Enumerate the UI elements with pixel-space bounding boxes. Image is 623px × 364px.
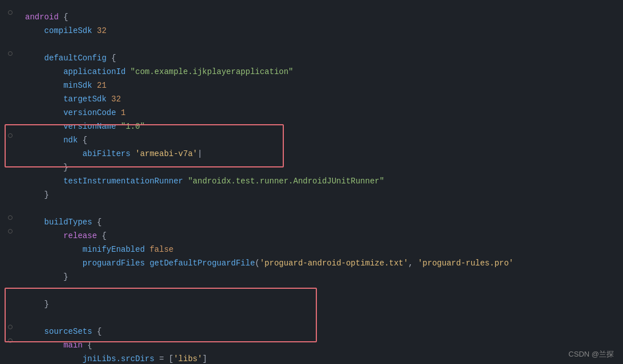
token-plain [25, 122, 63, 131]
code-text: release { [21, 229, 623, 243]
breakpoint-dot[interactable] [8, 10, 13, 15]
code-text: } [21, 188, 623, 202]
token-str: 'libs' [173, 354, 202, 363]
token-kw-blue: testInstrumentationRunner [63, 177, 183, 186]
breakpoint-dot[interactable] [8, 338, 13, 343]
code-text: jniLibs.srcDirs = ['libs'] [21, 352, 623, 364]
token-plain: ( [255, 259, 259, 268]
token-str-dq: "com.example.ijkplayerapplication" [131, 67, 294, 76]
code-text: sourceSets { [21, 325, 623, 338]
token-plain [25, 108, 63, 117]
token-plain: | [197, 149, 202, 158]
code-line [0, 38, 623, 51]
token-kw-blue: proguardFiles [83, 259, 145, 268]
line-gutter [0, 215, 21, 220]
token-plain [25, 354, 83, 363]
breakpoint-dot[interactable] [8, 133, 13, 138]
token-plain [25, 327, 44, 336]
token-kw-blue: compileSdk [44, 26, 92, 35]
token-kw-blue: buildTypes [44, 218, 92, 227]
code-line: } [0, 270, 623, 284]
token-plain [25, 54, 44, 63]
token-num: 32 [97, 26, 107, 35]
code-text: } [21, 161, 623, 174]
code-text: defaultConfig { [21, 51, 623, 65]
breakpoint-dot[interactable] [8, 229, 13, 234]
token-plain: , [408, 259, 418, 268]
line-gutter [0, 325, 21, 329]
token-plain: { [107, 54, 116, 63]
token-plain [25, 272, 63, 281]
breakpoint-dot[interactable] [8, 51, 13, 56]
token-plain [25, 149, 83, 158]
token-plain: { [97, 231, 107, 240]
code-line: buildTypes { [0, 215, 623, 229]
token-str: 'proguard-android-optimize.txt' [260, 259, 408, 268]
breakpoint-dot[interactable] [8, 325, 13, 329]
token-plain: { [78, 136, 87, 145]
token-brace: } [63, 272, 68, 281]
token-kw-blue: sourceSets [44, 327, 92, 336]
token-plain: { [92, 327, 102, 336]
token-plain: { [83, 341, 92, 350]
breakpoint-dot[interactable] [8, 215, 13, 220]
watermark: CSDN @兰探 [568, 349, 614, 359]
token-plain [25, 26, 44, 35]
token-plain [116, 122, 121, 131]
code-line: } [0, 188, 623, 202]
code-text: minSdk 21 [21, 79, 623, 92]
token-plain [25, 245, 83, 254]
token-kw-blue: targetSdk [63, 95, 107, 104]
code-line: targetSdk 32 [0, 92, 623, 106]
code-text: targetSdk 32 [21, 92, 623, 106]
code-line: } [0, 297, 623, 311]
token-kw-blue: versionCode [63, 108, 116, 117]
token-bool: false [149, 245, 173, 254]
code-text: main { [21, 338, 623, 352]
line-gutter [0, 10, 21, 15]
token-kw-blue: applicationId [63, 67, 125, 76]
code-line: android { [0, 10, 623, 24]
token-str: 'proguard-rules.pro' [418, 259, 514, 268]
token-brace: } [63, 163, 68, 172]
line-gutter [0, 229, 21, 234]
code-line: release { [0, 229, 623, 243]
token-plain [25, 190, 44, 199]
line-gutter [0, 133, 21, 138]
code-text: versionCode 1 [21, 106, 623, 120]
token-plain [92, 26, 97, 35]
code-line: main { [0, 338, 623, 352]
code-text: buildTypes { [21, 215, 623, 229]
token-kw-blue: abiFilters [83, 149, 131, 158]
code-line: minSdk 21 [0, 79, 623, 92]
token-plain [25, 300, 44, 309]
token-num: 1 [121, 108, 125, 117]
token-plain [25, 231, 63, 240]
code-line: sourceSets { [0, 325, 623, 338]
token-plain [92, 81, 97, 90]
code-line: abiFilters 'armeabi-v7a'| [0, 147, 623, 161]
token-method: getDefaultProguardFile [149, 259, 255, 268]
code-line: } [0, 161, 623, 174]
token-plain [25, 259, 83, 268]
code-text: testInstrumentationRunner "androidx.test… [21, 174, 623, 188]
code-line [0, 284, 623, 297]
code-text: } [21, 297, 623, 311]
code-line: minifyEnabled false [0, 243, 623, 256]
code-line: jniLibs.srcDirs = ['libs'] [0, 352, 623, 364]
token-kw-blue: jniLibs.srcDirs [83, 354, 154, 363]
token-plain [25, 163, 63, 172]
code-line: versionName "1.0" [0, 120, 623, 133]
code-line [0, 202, 623, 215]
line-gutter [0, 51, 21, 56]
token-str-dq: "1.0" [121, 122, 145, 131]
token-plain: = [ [154, 354, 174, 363]
token-str-dq: "androidx.test.runner.AndroidJUnitRunner… [188, 177, 384, 186]
token-kw-blue: minSdk [63, 81, 92, 90]
code-text: } [21, 270, 623, 284]
token-kw: android [25, 13, 59, 22]
token-plain [131, 149, 135, 158]
token-brace: } [44, 190, 49, 199]
token-plain [183, 177, 188, 186]
token-plain [125, 67, 130, 76]
